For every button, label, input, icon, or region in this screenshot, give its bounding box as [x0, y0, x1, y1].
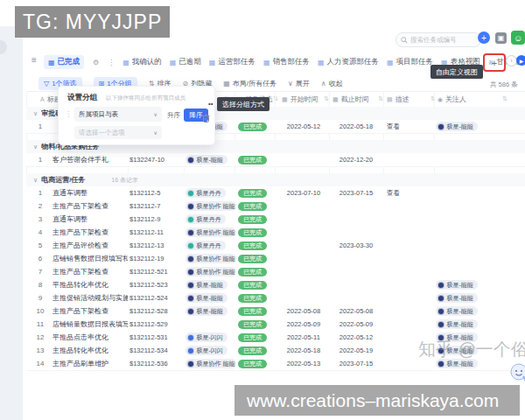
due-date[interactable] — [331, 200, 382, 213]
start-date[interactable] — [278, 153, 329, 166]
start-date[interactable] — [278, 252, 329, 265]
chevron-down-icon[interactable]: ∨ — [33, 177, 38, 184]
description-link[interactable] — [387, 239, 432, 252]
assignee-chip[interactable]: 极星丹丹 — [186, 241, 226, 250]
task-title[interactable]: 主推促销活动规划与实施 — [52, 291, 128, 304]
table-row[interactable]: 3直通车调整$132112-9极星丹丹已完成 — [26, 213, 525, 227]
start-date[interactable] — [278, 200, 329, 213]
description-link[interactable]: 查看 — [387, 120, 432, 133]
assignee-cell[interactable]: 极星协作 能能 — [186, 265, 236, 278]
task-title[interactable]: 主推产品刷单维护 — [52, 357, 128, 370]
task-title[interactable]: 主推产品下架检查 — [52, 200, 128, 213]
description-link[interactable]: 查看 — [387, 186, 432, 200]
ascending-button[interactable]: 升序 — [167, 111, 180, 120]
follower-cell[interactable]: 极星-能能 — [436, 278, 523, 291]
task-title[interactable]: 主推产品评价检查 — [52, 239, 128, 252]
tab-more-icon[interactable]: ⋮ — [108, 59, 115, 66]
assignee-chip[interactable]: 极星-能能 — [436, 280, 478, 290]
apps-icon[interactable]: ▣ — [495, 32, 507, 44]
follower-cell[interactable]: 极星-能能 — [436, 291, 523, 304]
description-link[interactable] — [387, 213, 432, 226]
due-date[interactable]: 2022-05-09 — [331, 318, 382, 331]
description-link[interactable] — [387, 226, 432, 239]
assignee-cell[interactable]: 极星协作 能能 — [186, 200, 236, 213]
assignee-chip[interactable]: 极星协作 能能 — [186, 254, 236, 263]
status-cell[interactable]: 已完成 — [238, 120, 276, 133]
table-row[interactable]: 1客户答谢会伴手礼$132247-10极星-能能已完成2022-12-20 — [26, 153, 525, 167]
start-date[interactable]: 2022-05-11 — [278, 331, 329, 344]
follower-cell[interactable] — [436, 186, 523, 200]
task-title[interactable]: 主推产品下架检查 — [52, 304, 128, 318]
status-cell[interactable]: 已完成 — [238, 186, 276, 200]
column-header-3[interactable]: ▦开始时间 — [282, 92, 318, 107]
follower-cell[interactable]: 极星-能能 — [436, 304, 523, 318]
follower-cell[interactable]: 极星-能能 — [436, 318, 523, 331]
tab-6[interactable]: ▦人力资源部任务 — [318, 57, 379, 67]
table-row[interactable]: 11店铺销量数据日报表填写...$132112-529已完成2022-05-09… — [26, 318, 525, 332]
start-date[interactable]: 2022-05-09 — [278, 318, 329, 331]
assignee-chip[interactable]: 极星丹丹 — [186, 188, 226, 198]
tab-2[interactable]: ▦我确认的 — [122, 57, 162, 67]
assignee-cell[interactable]: 极星协作 能能 — [186, 252, 236, 265]
table-row[interactable]: 4主推产品下架检查$132112-11极星协作 能能已完成 — [26, 226, 525, 240]
task-title[interactable]: 直通车调整 — [52, 213, 128, 226]
assignee-cell[interactable]: 极星-能能 — [186, 153, 236, 166]
assignee-chip[interactable]: 极星-能能 — [436, 122, 478, 131]
assignee-cell[interactable]: 极星-能能 — [186, 278, 236, 291]
assignee-chip[interactable]: 极星-能能 — [186, 306, 228, 316]
assignee-chip[interactable]: 极星协作 能能 — [186, 228, 236, 237]
task-title[interactable]: 店铺销售数据日报填写和... — [52, 252, 128, 265]
table-row[interactable]: 7主推产品下架检查$132112-521极星协作 能能已完成 — [26, 265, 525, 279]
table-row[interactable]: 8平推品转化率优化$132112-523极星-能能已完成极星-能能 — [26, 278, 525, 292]
task-title[interactable]: 平推品点击率优化 — [52, 331, 128, 344]
start-date[interactable] — [278, 213, 329, 226]
start-date[interactable] — [278, 291, 329, 304]
assignee-cell[interactable]: 极星-能能 — [186, 291, 236, 304]
assignee-cell[interactable]: 极星-闪闪 — [186, 331, 236, 344]
status-cell[interactable]: 已完成 — [238, 153, 276, 166]
chevron-down-icon[interactable]: ∨ — [33, 110, 38, 117]
start-date[interactable]: 2022-05-12 — [278, 120, 329, 133]
toolbar-layout[interactable]: ▦布局/所有任务 — [223, 79, 276, 88]
assignee-cell[interactable]: 极星协作 能能 — [186, 357, 236, 370]
description-link[interactable] — [387, 252, 432, 265]
assignee-cell[interactable]: 极星协作 能能 — [186, 226, 236, 239]
description-link[interactable] — [387, 278, 432, 291]
tab-4[interactable]: ▦运营部任务 — [209, 57, 256, 67]
status-cell[interactable]: 已完成 — [238, 213, 276, 226]
tab-3[interactable]: ▦已逾期 — [170, 57, 201, 67]
status-cell[interactable]: 已完成 — [238, 331, 276, 344]
status-cell[interactable]: 已完成 — [238, 304, 276, 318]
table-row[interactable]: 1直通车调整$132112-5极星丹丹已完成2023-07-102023-07-… — [26, 186, 525, 200]
toolbar-collapse[interactable]: ∧收起 — [321, 79, 343, 88]
table-row[interactable]: 9主推促销活动规划与实施$132112-524极星-能能已完成极星-能能 — [26, 291, 525, 305]
status-cell[interactable]: 已完成 — [238, 226, 276, 239]
assignee-chip[interactable]: 极星-能能 — [186, 155, 228, 164]
status-cell[interactable]: 已完成 — [238, 200, 276, 213]
due-date[interactable]: 2023-07-15 — [331, 186, 382, 200]
table-row[interactable]: 6店铺销售数据日报填写和...$132112-19极星协作 能能已完成 — [26, 252, 525, 266]
task-title[interactable]: 店铺销量数据日报表填写... — [52, 318, 128, 331]
task-title[interactable]: 直通车调整 — [52, 186, 128, 200]
due-date[interactable]: 2023-03-30 — [331, 239, 382, 252]
assignee-cell[interactable]: 极星丹丹 — [186, 239, 236, 252]
task-title[interactable]: 平推品转化率优化 — [52, 278, 128, 291]
assignee-chip[interactable]: 极星-能能 — [436, 293, 478, 303]
task-title[interactable]: 主推产品下架检查 — [52, 265, 128, 278]
description-link[interactable] — [387, 291, 432, 304]
tab-1[interactable]: ▦已完成 — [44, 55, 84, 69]
follower-cell[interactable] — [436, 252, 523, 265]
column-sort-icon[interactable]: ⇅ — [378, 95, 383, 102]
description-link[interactable] — [387, 265, 432, 278]
column-sort-icon[interactable]: ⇅ — [502, 95, 508, 102]
add-group-select[interactable]: 请选择一个选项 ∨ — [74, 126, 162, 139]
start-date[interactable] — [278, 265, 329, 278]
task-title[interactable]: 主推品转化率优化 — [52, 344, 128, 357]
tab-settings-icon[interactable]: ⚙ — [93, 59, 99, 66]
due-date[interactable] — [331, 265, 382, 278]
status-cell[interactable]: 已完成 — [238, 344, 276, 357]
start-date[interactable] — [278, 226, 329, 239]
follower-cell[interactable] — [436, 226, 523, 239]
group-header[interactable]: ∨电商运营/任务16 条记录 — [26, 173, 525, 186]
due-date[interactable]: 2023-07-15 — [331, 357, 382, 370]
